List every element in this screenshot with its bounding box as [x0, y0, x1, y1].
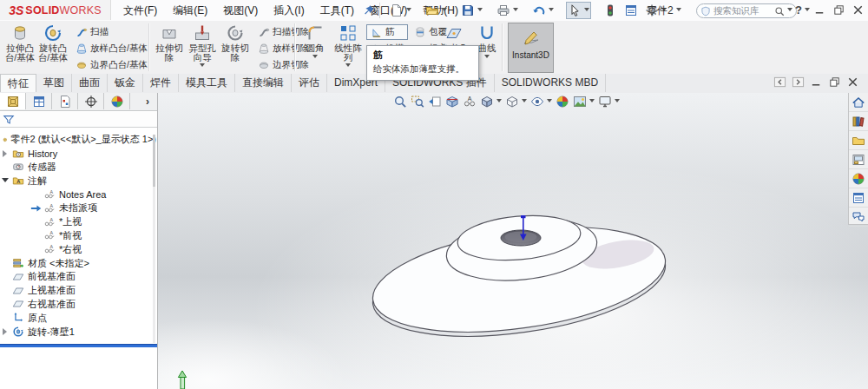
tree-item[interactable]: A*右视: [0, 242, 156, 256]
taskpane-custom-properties-button[interactable]: [849, 188, 868, 208]
print-button[interactable]: [495, 2, 520, 19]
view-settings-button[interactable]: [597, 94, 621, 109]
command-tab[interactable]: SOLIDWORKS MBD: [495, 74, 606, 92]
taskpane-file-explorer-button[interactable]: [849, 131, 868, 150]
menu-item[interactable]: 插入(I): [266, 0, 312, 21]
undo-button[interactable]: [530, 2, 556, 19]
search-icon[interactable]: [774, 6, 785, 16]
tree-item[interactable]: A*前视: [0, 229, 156, 243]
ribbon-button-loft[interactable]: 放样凸台/基体: [71, 41, 152, 56]
task-pane: [848, 93, 868, 225]
tree-filter[interactable]: [0, 111, 157, 128]
ribbon-button-revolve-cut[interactable]: 旋转切除: [219, 21, 252, 62]
tree-item[interactable]: A未指派项: [0, 201, 156, 215]
ribbon-button-extrude-cut[interactable]: 拉伸切除: [153, 21, 186, 62]
ribbon-button-revolve-boss[interactable]: 旋转凸台/基体: [36, 21, 69, 62]
document-switcher[interactable]: 零件2: [647, 3, 681, 17]
tree-item[interactable]: 材质 <未指定>: [0, 256, 156, 270]
select-button[interactable]: [566, 2, 591, 19]
rebuild-button[interactable]: [602, 2, 619, 19]
win-restore-button[interactable]: [832, 3, 845, 16]
hide-show-items-button[interactable]: [529, 94, 553, 109]
command-tab[interactable]: 直接编辑: [235, 74, 292, 92]
display-settings-button[interactable]: [622, 2, 640, 19]
command-tab[interactable]: 曲面: [72, 74, 108, 92]
command-tab[interactable]: 钣金: [108, 74, 143, 92]
tree-item[interactable]: 零件2 (默认<<默认>_显示状态 1>): [0, 133, 156, 147]
annotation-view-icon: A: [43, 229, 56, 241]
tree-item[interactable]: A注解: [0, 174, 156, 188]
tree-item[interactable]: History: [0, 147, 156, 161]
help-button[interactable]: ?: [795, 3, 810, 16]
win-min-button[interactable]: [813, 3, 826, 16]
zoom-fit-button[interactable]: [392, 94, 408, 109]
annotation-views-button[interactable]: A: [462, 94, 477, 109]
chevron-down-icon: [547, 99, 552, 105]
view-orientation-button[interactable]: [479, 94, 503, 109]
menu-item[interactable]: 工具(T): [312, 0, 362, 21]
win-close-button[interactable]: [852, 3, 865, 16]
svg-text:A: A: [50, 231, 54, 236]
open-button[interactable]: [424, 2, 449, 19]
panel-tab-feature-manager[interactable]: [0, 93, 26, 109]
doc-tab-prev-button[interactable]: [773, 76, 786, 89]
tree-item[interactable]: 前视基准面: [0, 270, 156, 284]
annotation-view-icon: A: [43, 243, 56, 255]
panel-tab-configuration-manager[interactable]: [52, 93, 78, 109]
taskpane-design-library-button[interactable]: [849, 112, 868, 131]
save-button[interactable]: [459, 2, 484, 19]
ribbon-button-sweep[interactable]: 扫描: [71, 24, 152, 40]
ribbon-button-rib[interactable]: 筋: [366, 24, 408, 40]
ribbon-button-extrude-boss[interactable]: 拉伸凸台/基体: [3, 21, 36, 62]
command-tab[interactable]: 特征: [0, 74, 36, 92]
panel-tab-dimxpert-manager[interactable]: [78, 93, 104, 109]
menu-item[interactable]: 编辑(E): [165, 0, 215, 21]
expander-collapsed-icon[interactable]: [3, 328, 10, 335]
panel-scrollbar[interactable]: [153, 135, 155, 343]
taskpane-appearances-scenes-button[interactable]: [849, 169, 868, 188]
panel-tab-display-manager[interactable]: [104, 93, 130, 109]
command-tab[interactable]: 焊件: [143, 74, 179, 92]
command-tab[interactable]: 评估: [292, 74, 327, 92]
expander-collapsed-icon[interactable]: [3, 150, 10, 157]
previous-view-button[interactable]: [427, 94, 443, 109]
sweep-cut-icon: [258, 26, 270, 38]
ribbon-button-fillet[interactable]: 圆角: [299, 21, 332, 61]
taskpane-forum-button[interactable]: [849, 208, 868, 227]
ribbon-button-linear-pattern[interactable]: 线性阵列: [332, 21, 365, 69]
doc-win-restore-button[interactable]: [828, 76, 841, 89]
command-tab[interactable]: 草图: [36, 74, 72, 92]
new-document-button[interactable]: [388, 2, 413, 19]
menu-item[interactable]: 文件(F): [115, 0, 165, 21]
panel-tab-property-manager[interactable]: [26, 93, 52, 109]
search-input[interactable]: 搜索知识库: [696, 3, 797, 18]
display-style-button[interactable]: [504, 94, 528, 109]
plane-icon: [12, 271, 24, 283]
ribbon-button-boundary[interactable]: 边界凸台/基体: [71, 57, 152, 73]
tree-item[interactable]: 原点: [0, 311, 156, 325]
panel-flyout-button[interactable]: ›: [141, 95, 154, 109]
instant3d-toggle-button[interactable]: Instant3D: [508, 23, 554, 73]
edit-appearance-button[interactable]: [555, 94, 570, 109]
doc-win-min-button[interactable]: [810, 76, 823, 89]
tree-item[interactable]: 右视基准面: [0, 298, 156, 312]
taskpane-resources-home-button[interactable]: [849, 93, 868, 112]
tree-item[interactable]: 上视基准面: [0, 284, 156, 298]
command-tab[interactable]: 模具工具: [179, 74, 235, 92]
menu-item[interactable]: 视图(V): [215, 0, 266, 21]
zoom-area-button[interactable]: [410, 94, 425, 109]
chevron-down-icon[interactable]: [787, 8, 792, 14]
rollback-bar[interactable]: [0, 344, 157, 347]
doc-win-close-button[interactable]: [846, 76, 859, 89]
expander-expanded-icon[interactable]: [2, 178, 9, 186]
tree-item[interactable]: 传感器: [0, 161, 156, 175]
doc-tab-next-button[interactable]: [792, 76, 805, 89]
section-view-button[interactable]: [444, 94, 460, 109]
tree-item[interactable]: A*上视: [0, 215, 156, 229]
tree-item[interactable]: ANotes Area: [0, 188, 156, 201]
ribbon-button-hole-wizard[interactable]: 异型孔向导: [186, 21, 219, 69]
apply-scene-button[interactable]: [572, 94, 595, 109]
taskpane-view-palette-button[interactable]: [849, 150, 868, 169]
tree-item[interactable]: 旋转-薄壁1: [0, 325, 156, 339]
pushpin-icon[interactable]: [363, 4, 375, 16]
